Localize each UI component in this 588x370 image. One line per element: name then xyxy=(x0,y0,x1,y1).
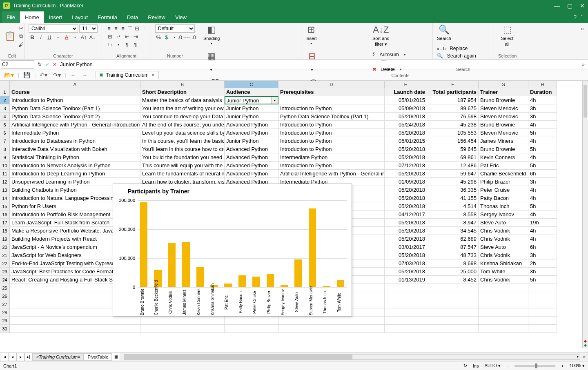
cell[interactable]: 8,698 xyxy=(427,259,479,268)
cell[interactable]: Tom White xyxy=(479,268,528,276)
cell[interactable]: 45,238 xyxy=(427,121,479,129)
sheet-tab-pivot[interactable]: PivotTable xyxy=(84,353,112,361)
doc-tab-close-icon[interactable]: ✕ xyxy=(151,72,155,78)
header-cell[interactable]: Prerequisites xyxy=(278,88,385,96)
bold-icon[interactable]: B xyxy=(29,33,36,41)
accept-icon[interactable]: ✓ xyxy=(44,62,51,67)
cell[interactable] xyxy=(427,308,479,317)
cell[interactable]: 4h xyxy=(528,194,557,202)
cell[interactable]: 41,155 xyxy=(427,194,479,202)
cell[interactable]: 12,486 xyxy=(427,162,479,170)
cell[interactable]: 3h xyxy=(528,268,557,276)
currency-dropdown-icon[interactable]: ▾ xyxy=(171,33,178,41)
cell[interactable] xyxy=(528,300,557,308)
cell[interactable]: 05/20/2018 xyxy=(385,113,427,121)
cell[interactable]: Steven Meriovic xyxy=(479,104,528,113)
cell[interactable]: You build the foundation you need xyxy=(140,153,225,162)
cell[interactable]: 6h xyxy=(528,170,557,178)
menu-insert[interactable]: Insert xyxy=(44,11,67,23)
tab-nav-last[interactable]: ▸| xyxy=(24,353,33,361)
cell[interactable]: Bruno Brownie xyxy=(479,96,528,104)
cell[interactable]: Learn the fundamentals of neural n xyxy=(140,170,225,178)
cell[interactable]: You'll learn in this course how to cre xyxy=(140,145,225,153)
menu-review[interactable]: Review xyxy=(143,11,170,23)
cell[interactable]: Pat Eric xyxy=(479,162,528,170)
underline-icon[interactable]: U xyxy=(46,33,53,41)
row-header[interactable]: 22 xyxy=(0,259,10,268)
row-header[interactable]: 2 xyxy=(0,96,10,104)
cell[interactable]: 45,298 xyxy=(427,178,479,186)
cell[interactable] xyxy=(427,284,479,292)
cell[interactable]: Python Data Science Toolbox (Part 2) xyxy=(10,113,140,121)
row-header[interactable]: 18 xyxy=(0,227,10,235)
cell[interactable]: Bruno Brownie xyxy=(479,145,528,153)
cell[interactable]: 48,733 xyxy=(427,251,479,259)
cell[interactable]: 59,647 xyxy=(427,170,479,178)
number-format-select[interactable]: Default xyxy=(155,24,195,33)
column-header-D[interactable]: D xyxy=(278,81,385,88)
cell[interactable]: 87,547 xyxy=(427,243,479,251)
column-header-F[interactable]: F xyxy=(427,81,479,88)
horizontal-scrollbar[interactable]: ◂▸ xyxy=(124,354,580,360)
cell[interactable]: 05/01/2015 xyxy=(385,137,427,145)
cell[interactable] xyxy=(528,317,557,325)
cell[interactable]: Steve Auto xyxy=(479,243,528,251)
cell[interactable]: 05/20/2018 xyxy=(385,227,427,235)
cell[interactable]: 05/20/2018 xyxy=(385,268,427,276)
align-left-icon[interactable]: ≡ xyxy=(106,24,112,32)
autosum-button[interactable]: ΣAutosum▾ xyxy=(372,52,406,58)
row-header[interactable]: 10 xyxy=(0,162,10,170)
cell[interactable]: Python Data Science Toolbox (Part 1) xyxy=(10,104,140,113)
cell[interactable]: 25,000 xyxy=(427,268,479,276)
cell[interactable]: Patty Bacon xyxy=(479,194,528,202)
indent-inc-icon[interactable]: ⇥ xyxy=(132,33,139,40)
row-header[interactable]: 16 xyxy=(0,210,10,219)
cell[interactable]: 4h xyxy=(528,96,557,104)
cell-dropdown-icon[interactable]: ▾ xyxy=(272,97,278,104)
row-header[interactable]: 13 xyxy=(0,186,10,194)
ribbon-toggle-icon[interactable]: ˅ xyxy=(581,14,583,20)
cell[interactable]: Chris Vodnik xyxy=(479,251,528,259)
search-again-button[interactable]: 🔍Search again xyxy=(437,53,476,59)
cell[interactable] xyxy=(385,284,427,292)
cell[interactable]: Introduction to Network Analysis in Pyth… xyxy=(10,162,140,170)
cell[interactable]: 07/03/2018 xyxy=(385,259,427,268)
cell[interactable]: 36,335 xyxy=(427,186,479,194)
cell[interactable]: This course will equip you with the s xyxy=(140,162,225,170)
cell[interactable]: Advanced Python xyxy=(225,153,278,162)
horizontal-scroll-thumb[interactable] xyxy=(125,354,352,359)
cell[interactable]: 3h xyxy=(528,104,557,113)
cell[interactable]: 8,947 xyxy=(427,219,479,227)
cell[interactable]: Chris Vodnik xyxy=(479,235,528,243)
menu-home[interactable]: Home xyxy=(20,11,44,23)
cell[interactable]: Junior Python xyxy=(225,137,278,145)
cell[interactable]: 05/20/2018 xyxy=(385,153,427,162)
h-overflow-icon[interactable]: » xyxy=(580,354,588,360)
cell[interactable] xyxy=(278,96,385,104)
cell[interactable]: 05/20/2018 xyxy=(385,186,427,194)
cell[interactable]: At the end of this course, you under xyxy=(140,121,225,129)
formula-expand-icon[interactable]: » xyxy=(579,62,588,67)
rtl-icon[interactable]: ¶ xyxy=(123,41,131,48)
cell[interactable]: 4h xyxy=(528,153,557,162)
column-header-E[interactable]: E xyxy=(385,81,427,88)
cell[interactable] xyxy=(10,317,140,325)
cell[interactable]: Steven Meriovic xyxy=(479,129,528,137)
ribbon-overflow-icon[interactable]: » xyxy=(577,23,588,59)
cell[interactable]: 03/01/2017 xyxy=(385,243,427,251)
close-button[interactable]: ✕ xyxy=(580,2,585,9)
column-header-C[interactable]: C xyxy=(225,81,278,88)
row-header[interactable]: 29 xyxy=(0,317,10,325)
cell[interactable]: 59,645 xyxy=(427,145,479,153)
menu-formula[interactable]: Formula xyxy=(93,11,122,23)
cell[interactable]: 187,954 xyxy=(427,96,479,104)
column-header-A[interactable]: A xyxy=(10,81,140,88)
cell[interactable]: 8,558 xyxy=(427,210,479,219)
cell[interactable]: 05/20/2018 xyxy=(385,251,427,259)
document-tab[interactable]: ▣ Training Curriculum ✕ xyxy=(96,71,158,79)
text-direction-icon[interactable]: T↕ xyxy=(106,41,114,48)
merge-icon[interactable]: ⊞ xyxy=(106,33,114,40)
cell[interactable]: Bruno Brownie xyxy=(479,121,528,129)
cell[interactable]: 05/20/2018 xyxy=(385,170,427,178)
zoom-out-button[interactable]: − xyxy=(506,363,509,368)
